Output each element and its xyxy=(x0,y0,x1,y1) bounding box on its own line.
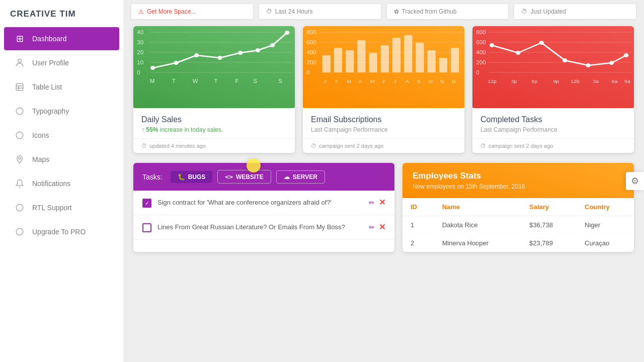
sidebar-item-maps[interactable]: Maps xyxy=(4,148,119,171)
dashboard-icon: ⊞ xyxy=(14,33,25,44)
settings-fab[interactable]: ⚙ xyxy=(626,172,644,190)
sidebar-item-dashboard[interactable]: ⊞ Dashboard xyxy=(4,27,119,50)
email-body: Email Subscriptions Last Campaign Perfor… xyxy=(303,108,464,138)
daily-sales-card: 40 30 20 10 0 xyxy=(133,26,295,153)
svg-point-23 xyxy=(217,56,222,60)
emp-salary-1: $36,738 xyxy=(521,216,577,234)
sidebar-item-label: Icons xyxy=(32,131,49,139)
task-delete-2[interactable]: ✕ xyxy=(379,222,385,232)
svg-text:40: 40 xyxy=(137,30,143,35)
sidebar-item-notifications[interactable]: Notifications xyxy=(4,172,119,195)
maps-icon xyxy=(14,154,25,165)
sidebar-item-typography[interactable]: Typography xyxy=(4,100,119,123)
line-chart2-svg: 800 600 400 200 0 xyxy=(472,26,634,108)
bugs-button[interactable]: 🐛 BUGS xyxy=(171,171,213,183)
task-checkbox-1[interactable] xyxy=(142,199,151,208)
svg-text:12p: 12p xyxy=(488,79,497,84)
arrow-up-icon: ↑ xyxy=(141,126,144,133)
tasks-panel: Tasks: 🐛 BUGS <> WEBSITE ☁ SERVER xyxy=(133,163,394,252)
svg-point-25 xyxy=(256,48,260,52)
emp-name-2: Minerva Hooper xyxy=(434,234,521,252)
task-delete-1[interactable]: ✕ xyxy=(379,198,385,207)
footer-text: campaign sent 2 days ago xyxy=(319,143,383,149)
col-country: Country xyxy=(577,198,634,216)
svg-text:D: D xyxy=(452,79,456,84)
task-item-2: Lines From Great Russian Literature? Or … xyxy=(133,215,394,240)
svg-point-5 xyxy=(16,108,23,115)
task-actions-2: ✏ ✕ xyxy=(369,222,385,232)
website-button[interactable]: <> WEBSITE xyxy=(217,170,271,184)
completed-tasks-chart: 800 600 400 200 0 xyxy=(472,26,634,108)
svg-text:S: S xyxy=(417,79,421,84)
svg-text:0: 0 xyxy=(137,70,140,75)
sidebar-item-label: User Profile xyxy=(32,59,69,67)
sidebar-item-icons[interactable]: Icons xyxy=(4,124,119,147)
task-edit-2[interactable]: ✏ xyxy=(369,223,375,231)
svg-text:3a: 3a xyxy=(593,79,599,84)
table-icon xyxy=(14,81,25,93)
svg-point-80 xyxy=(516,51,520,55)
col-salary: Salary xyxy=(521,198,577,216)
svg-text:600: 600 xyxy=(306,40,316,45)
employees-header: Employees Stats New employees on 15th Se… xyxy=(403,163,634,198)
daily-sales-body: Daily Sales ↑ 55% increase in today sale… xyxy=(133,108,295,138)
footer-text: updated 4 minutes ago xyxy=(149,143,206,149)
svg-point-20 xyxy=(150,66,155,70)
server-button[interactable]: ☁ SERVER xyxy=(276,170,325,184)
col-id: ID xyxy=(403,198,434,216)
svg-text:A: A xyxy=(405,79,409,84)
daily-sales-title: Daily Sales xyxy=(141,115,287,124)
line-chart-svg: 40 30 20 10 0 xyxy=(133,26,295,108)
table-row: 1 Dakota Rice $36,738 Niger xyxy=(403,216,634,234)
task-checkbox-2[interactable] xyxy=(142,223,151,232)
footer-text: campaign sent 2 days ago xyxy=(489,143,553,149)
svg-rect-49 xyxy=(369,53,377,72)
svg-text:9a: 9a xyxy=(624,79,630,84)
daily-sales-chart: 40 30 20 10 0 xyxy=(133,26,295,108)
col-name: Name xyxy=(434,198,521,216)
tasks-subtitle: Last Campaign Performance xyxy=(480,126,626,133)
svg-text:S: S xyxy=(253,78,257,84)
svg-point-85 xyxy=(624,53,628,57)
sidebar-item-user-profile[interactable]: User Profile xyxy=(4,51,119,74)
svg-text:400: 400 xyxy=(476,50,486,55)
svg-text:12b: 12b xyxy=(571,79,580,84)
sidebar-item-table-list[interactable]: Table List xyxy=(4,75,119,99)
svg-rect-52 xyxy=(404,35,412,72)
sidebar: CREATIVE TIM ⊞ Dashboard User Profile Ta… xyxy=(0,0,123,362)
clock-icon: ⏱ xyxy=(266,8,272,15)
svg-rect-55 xyxy=(439,58,447,72)
sidebar-item-label: Upgrade To PRO xyxy=(32,228,86,236)
emp-name-1: Dakota Rice xyxy=(434,216,521,234)
icons-icon xyxy=(14,130,25,141)
user-icon xyxy=(14,57,25,68)
sidebar-item-label: Typography xyxy=(32,107,69,115)
task-edit-1[interactable]: ✏ xyxy=(369,199,375,207)
sidebar-item-upgrade[interactable]: Upgrade To PRO xyxy=(4,220,119,243)
daily-sales-footer: ⏱ updated 4 minutes ago xyxy=(133,138,295,153)
employees-table: ID Name Salary Country 1 Dakota Rice $36… xyxy=(403,198,634,252)
rtl-icon xyxy=(14,202,25,213)
svg-text:0: 0 xyxy=(306,70,309,75)
svg-rect-46 xyxy=(334,48,342,72)
sidebar-item-rtl-support[interactable]: RTL Support xyxy=(4,196,119,219)
top-strip-storage: ⚠ Get More Space... xyxy=(131,4,253,19)
code-icon: <> xyxy=(225,173,233,180)
email-footer: ⏱ campaign sent 2 days ago xyxy=(303,138,464,153)
task-text-1: Sign contract for 'What are conference o… xyxy=(157,198,363,208)
main-content: ⚠ Get More Space... ⏱ Last 24 Hours ✿ Tr… xyxy=(123,0,644,362)
email-subscriptions-card: 800 600 400 200 0 xyxy=(303,26,464,153)
svg-rect-50 xyxy=(381,45,389,72)
email-title: Email Subscriptions xyxy=(311,115,456,124)
svg-text:T: T xyxy=(214,78,218,84)
bar-chart-svg: 800 600 400 200 0 xyxy=(303,26,464,108)
svg-text:9p: 9p xyxy=(553,79,559,84)
github-icon: ✿ xyxy=(394,8,399,15)
cloud-icon: ☁ xyxy=(284,173,290,180)
clock-icon: ⏱ xyxy=(480,143,486,149)
tasks-body: Completed Tasks Last Campaign Performanc… xyxy=(472,108,634,138)
svg-text:M: M xyxy=(370,79,375,84)
svg-text:S: S xyxy=(278,78,282,84)
svg-text:T: T xyxy=(172,78,176,84)
email-subtitle: Last Campaign Performance xyxy=(311,126,456,133)
